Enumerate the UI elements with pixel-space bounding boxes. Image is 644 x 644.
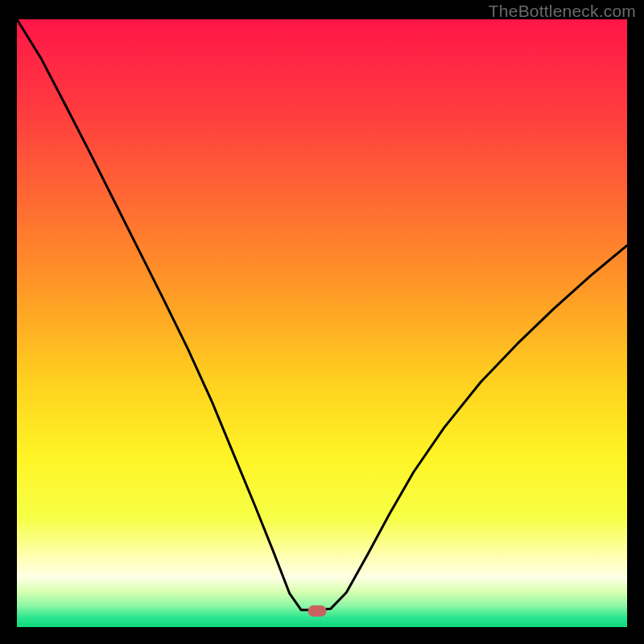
bottleneck-curve — [17, 19, 627, 627]
watermark-text: TheBottleneck.com — [489, 2, 636, 21]
plot-area — [17, 19, 627, 627]
optimal-marker — [308, 605, 326, 617]
chart-frame: TheBottleneck.com — [0, 0, 644, 644]
